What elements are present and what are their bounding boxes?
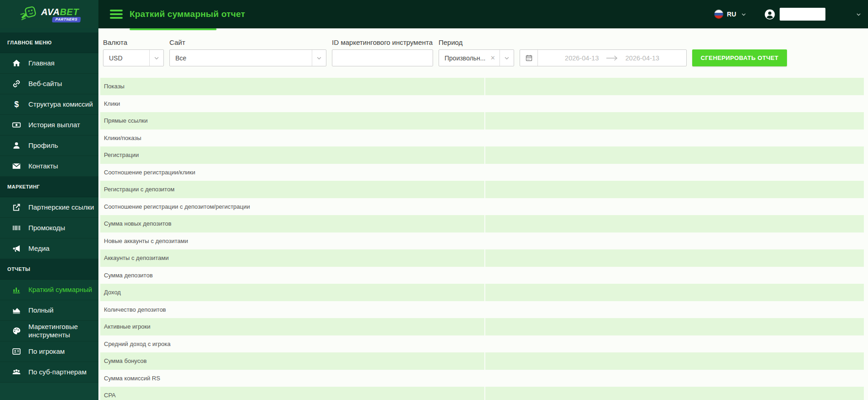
user-avatar-icon[interactable]: [764, 9, 776, 20]
generate-report-button[interactable]: СГЕНЕРИРОВАТЬ ОТЧЕТ: [692, 49, 787, 66]
table-row: Показы: [100, 78, 864, 95]
table-row: Количество депозитов: [100, 301, 864, 319]
active-tab-underline: [130, 28, 217, 30]
palette-icon: [11, 326, 22, 336]
topbar-right-controls: RU: [714, 8, 862, 21]
marketing-tool-input[interactable]: [332, 50, 433, 66]
table-row: CPA: [100, 387, 864, 400]
metric-name-cell: Сумма депозитов: [100, 267, 484, 284]
table-row: Прямые ссылки: [100, 112, 864, 130]
sidebar-item-area-chart[interactable]: Полный: [0, 300, 98, 321]
user-menu-chevron-down-icon[interactable]: [856, 11, 862, 17]
svg-text:$: $: [14, 100, 19, 109]
sidebar-item-label: По игрокам: [28, 347, 66, 356]
sidebar-item-external-link[interactable]: Партнерские ссылки: [0, 197, 98, 218]
metric-name-cell: Аккаунты с депозитами: [100, 249, 484, 267]
table-row: Соотношение регистрации с депозитом/реги…: [100, 198, 864, 216]
sidebar-item-label: По суб-партнерам: [28, 368, 88, 376]
sidebar-item-label: Главная: [28, 59, 56, 67]
metric-value-cell: [484, 335, 864, 353]
currency-label: Валюта: [103, 38, 164, 46]
date-range-picker[interactable]: 2026-04-13 2026-04-13: [520, 49, 687, 66]
table-row: Активные игроки: [100, 318, 864, 335]
currency-chevron-down-icon[interactable]: [150, 55, 163, 61]
sidebar-item-label: Веб-сайты: [28, 80, 64, 88]
sidebar-item-label: Промокоды: [28, 224, 67, 232]
metric-value-cell: [484, 249, 864, 267]
currency-select[interactable]: USD: [103, 49, 164, 66]
metric-value-cell: [484, 352, 864, 370]
user-name-redacted[interactable]: [780, 8, 825, 21]
barcode-icon: [11, 223, 22, 233]
sidebar-item-id-card[interactable]: По игрокам: [0, 341, 98, 362]
metric-name-cell: Регистрации с депозитом: [100, 181, 484, 198]
sidebar-item-palette[interactable]: Маркетинговые инструменты: [0, 321, 98, 341]
sidebar-item-megaphone[interactable]: Медиа: [0, 238, 98, 259]
person-icon: [11, 141, 22, 151]
sidebar-item-label: Структура комиссий: [28, 100, 95, 108]
sidebar-filler: [0, 383, 98, 400]
date-start[interactable]: 2026-04-13: [565, 54, 599, 62]
metric-value-cell: [484, 370, 864, 387]
metric-name-cell: Активные игроки: [100, 318, 484, 335]
main-area: Краткий суммарный отчет RU Валюта: [98, 0, 868, 400]
metric-value-cell: [484, 232, 864, 250]
bar-chart-icon: [11, 285, 22, 295]
russian-flag-icon[interactable]: [714, 10, 723, 19]
logo[interactable]: AVABET PARTNERS: [0, 0, 98, 28]
site-label: Сайт: [169, 38, 326, 46]
link-icon: [11, 79, 22, 89]
page-title: Краткий суммарный отчет: [130, 9, 245, 19]
metric-name-cell: Прямые ссылки: [100, 112, 484, 130]
sidebar-item-dollar[interactable]: $Структура комиссий: [0, 94, 98, 115]
sidebar-item-home[interactable]: Главная: [0, 53, 98, 74]
app-window: AVABET PARTNERS ГЛАВНОЕ МЕНЮГлавнаяВеб-с…: [0, 0, 868, 400]
metric-name-cell: CPA: [100, 387, 484, 400]
metric-name-cell: Соотношение регистрации с депозитом/реги…: [100, 198, 484, 216]
table-row: Средний доход с игрока: [100, 335, 864, 353]
dollar-icon: $: [11, 99, 22, 109]
logo-text: AVABET PARTNERS: [41, 7, 79, 22]
sidebar-item-barcode[interactable]: Промокоды: [0, 218, 98, 238]
metric-value-cell: [484, 95, 864, 113]
calendar-icon[interactable]: [520, 54, 537, 62]
sidebar-section-label: МАРКЕТИНГ: [0, 177, 98, 197]
language-chevron-down-icon[interactable]: [741, 11, 747, 17]
metric-name-cell: Соотношение регистрации/клики: [100, 164, 484, 181]
language-code[interactable]: RU: [727, 11, 736, 18]
hamburger-menu-icon[interactable]: [110, 10, 123, 19]
top-bar: Краткий суммарный отчет RU: [98, 0, 868, 28]
site-select[interactable]: Все: [169, 49, 326, 66]
site-chevron-down-icon[interactable]: [312, 55, 326, 61]
date-end[interactable]: 2026-04-13: [625, 54, 659, 62]
period-chevron-down-icon[interactable]: [500, 55, 514, 61]
site-filter: Сайт Все: [169, 38, 326, 66]
metric-value-cell: [484, 318, 864, 335]
banknote-icon: [11, 120, 22, 130]
sidebar-item-banknote[interactable]: История выплат: [0, 115, 98, 135]
table-row: Клики/показы: [100, 130, 864, 147]
metric-value-cell: [484, 78, 864, 95]
sidebar-nav: ГЛАВНОЕ МЕНЮГлавнаяВеб-сайты$Структура к…: [0, 28, 98, 383]
sidebar-item-bar-chart[interactable]: Краткий суммарный: [0, 280, 98, 300]
table-row: Регистрации с депозитом: [100, 181, 864, 198]
period-filter: Период Произвольн... ✕: [439, 38, 514, 66]
people-icon: [11, 367, 22, 377]
period-clear-icon[interactable]: ✕: [486, 54, 499, 61]
sidebar-item-people[interactable]: По суб-партнерам: [0, 362, 98, 383]
table-row: Клики: [100, 95, 864, 113]
currency-filter: Валюта USD: [103, 38, 164, 66]
sidebar-item-person[interactable]: Профиль: [0, 135, 98, 156]
id-card-icon: [11, 346, 22, 357]
area-chart-icon: [11, 305, 22, 315]
sidebar-item-label: Партнерские ссылки: [28, 203, 96, 211]
metric-value-cell: [484, 387, 864, 400]
period-label: Период: [439, 38, 514, 46]
period-value: Произвольн...: [439, 54, 486, 62]
table-row: Сумма новых депозитов: [100, 215, 864, 232]
period-select[interactable]: Произвольн... ✕: [439, 49, 514, 66]
sidebar-item-label: Полный: [28, 306, 55, 314]
metric-value-cell: [484, 146, 864, 164]
sidebar-item-envelope[interactable]: Контакты: [0, 156, 98, 177]
sidebar-item-link[interactable]: Веб-сайты: [0, 74, 98, 94]
